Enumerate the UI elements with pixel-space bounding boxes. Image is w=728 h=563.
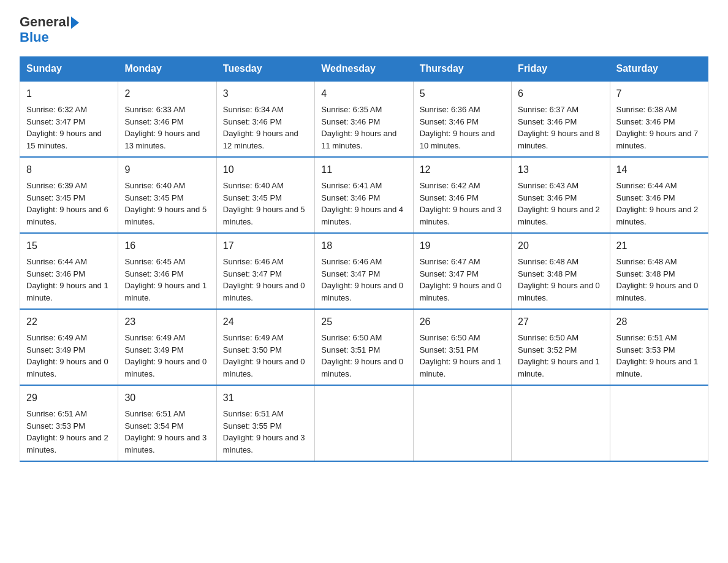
sunrise: Sunrise: 6:51 AM [26, 409, 87, 418]
sunset: Sunset: 3:47 PM [420, 269, 479, 278]
day-number: 11 [321, 163, 406, 177]
calendar-day-cell: 23Sunrise: 6:49 AMSunset: 3:49 PMDayligh… [118, 309, 216, 385]
sunrise: Sunrise: 6:40 AM [223, 181, 284, 190]
calendar-day-cell: 30Sunrise: 6:51 AMSunset: 3:54 PMDayligh… [118, 385, 216, 461]
calendar-header-cell: Friday [512, 57, 610, 82]
sunset: Sunset: 3:46 PM [321, 117, 380, 126]
logo-general-text: General [20, 15, 70, 29]
day-number: 18 [321, 239, 406, 253]
day-number: 23 [124, 315, 210, 329]
sunrise: Sunrise: 6:50 AM [518, 333, 578, 342]
day-number: 14 [616, 163, 702, 177]
calendar-day-cell: 27Sunrise: 6:50 AMSunset: 3:52 PMDayligh… [512, 309, 610, 385]
day-number: 13 [518, 163, 603, 177]
daylight: Daylight: 9 hours and 0 minutes. [420, 281, 502, 302]
day-number: 12 [420, 163, 505, 177]
sunrise: Sunrise: 6:38 AM [616, 105, 677, 114]
sunset: Sunset: 3:55 PM [223, 421, 282, 431]
sunrise: Sunrise: 6:46 AM [223, 257, 284, 266]
calendar-day-cell [413, 385, 511, 461]
daylight: Daylight: 9 hours and 4 minutes. [321, 205, 403, 226]
calendar-day-cell: 4Sunrise: 6:35 AMSunset: 3:46 PMDaylight… [315, 81, 413, 157]
calendar-day-cell: 13Sunrise: 6:43 AMSunset: 3:46 PMDayligh… [512, 157, 610, 233]
sunrise: Sunrise: 6:49 AM [223, 333, 284, 342]
sunset: Sunset: 3:46 PM [223, 117, 282, 126]
calendar-day-cell: 16Sunrise: 6:45 AMSunset: 3:46 PMDayligh… [118, 233, 216, 309]
calendar-day-cell: 22Sunrise: 6:49 AMSunset: 3:49 PMDayligh… [20, 309, 118, 385]
daylight: Daylight: 9 hours and 6 minutes. [26, 205, 108, 226]
logo-arrow-icon [71, 17, 79, 29]
sunrise: Sunrise: 6:39 AM [26, 181, 87, 190]
daylight: Daylight: 9 hours and 1 minute. [124, 281, 207, 302]
daylight: Daylight: 9 hours and 1 minute. [518, 357, 600, 378]
daylight: Daylight: 9 hours and 2 minutes. [616, 205, 699, 226]
sunrise: Sunrise: 6:51 AM [223, 409, 284, 418]
sunrise: Sunrise: 6:48 AM [616, 257, 677, 266]
sunset: Sunset: 3:46 PM [26, 269, 85, 278]
day-number: 7 [616, 86, 702, 101]
daylight: Daylight: 9 hours and 1 minute. [26, 281, 108, 302]
day-number: 27 [518, 315, 603, 329]
calendar-day-cell: 17Sunrise: 6:46 AMSunset: 3:47 PMDayligh… [216, 233, 314, 309]
calendar-week-row: 22Sunrise: 6:49 AMSunset: 3:49 PMDayligh… [20, 309, 708, 385]
calendar-header-cell: Saturday [610, 57, 708, 82]
sunrise: Sunrise: 6:50 AM [321, 333, 382, 342]
sunset: Sunset: 3:53 PM [616, 345, 675, 354]
calendar-day-cell: 7Sunrise: 6:38 AMSunset: 3:46 PMDaylight… [610, 81, 708, 157]
day-number: 29 [26, 391, 112, 405]
calendar-day-cell: 3Sunrise: 6:34 AMSunset: 3:46 PMDaylight… [216, 81, 314, 157]
daylight: Daylight: 9 hours and 0 minutes. [518, 281, 600, 302]
sunrise: Sunrise: 6:34 AM [223, 105, 284, 114]
sunset: Sunset: 3:48 PM [518, 269, 577, 278]
calendar-day-cell: 8Sunrise: 6:39 AMSunset: 3:45 PMDaylight… [20, 157, 118, 233]
sunrise: Sunrise: 6:37 AM [518, 105, 578, 114]
sunrise: Sunrise: 6:44 AM [616, 181, 677, 190]
daylight: Daylight: 9 hours and 0 minutes. [223, 281, 305, 302]
sunset: Sunset: 3:51 PM [321, 345, 380, 354]
sunrise: Sunrise: 6:46 AM [321, 257, 382, 266]
sunset: Sunset: 3:48 PM [616, 269, 675, 278]
calendar-week-row: 29Sunrise: 6:51 AMSunset: 3:53 PMDayligh… [20, 385, 708, 461]
daylight: Daylight: 9 hours and 0 minutes. [124, 357, 207, 378]
day-number: 9 [124, 163, 210, 177]
day-number: 22 [26, 315, 112, 329]
calendar-week-row: 15Sunrise: 6:44 AMSunset: 3:46 PMDayligh… [20, 233, 708, 309]
day-number: 17 [223, 239, 308, 253]
sunset: Sunset: 3:53 PM [26, 421, 85, 431]
daylight: Daylight: 9 hours and 3 minutes. [223, 433, 305, 454]
calendar-header-cell: Thursday [413, 57, 511, 82]
calendar-day-cell: 26Sunrise: 6:50 AMSunset: 3:51 PMDayligh… [413, 309, 511, 385]
daylight: Daylight: 9 hours and 0 minutes. [223, 357, 305, 378]
daylight: Daylight: 9 hours and 0 minutes. [26, 357, 108, 378]
day-number: 16 [124, 239, 210, 253]
sunset: Sunset: 3:47 PM [26, 117, 85, 126]
day-number: 2 [124, 86, 210, 101]
calendar-day-cell: 9Sunrise: 6:40 AMSunset: 3:45 PMDaylight… [118, 157, 216, 233]
calendar-header-cell: Wednesday [315, 57, 413, 82]
sunset: Sunset: 3:46 PM [420, 117, 479, 126]
sunrise: Sunrise: 6:32 AM [26, 105, 87, 114]
sunset: Sunset: 3:46 PM [321, 193, 380, 202]
day-number: 31 [223, 391, 308, 405]
page-header: General Blue [20, 15, 708, 45]
sunset: Sunset: 3:45 PM [124, 193, 183, 202]
day-number: 10 [223, 163, 308, 177]
sunrise: Sunrise: 6:45 AM [124, 257, 185, 266]
sunrise: Sunrise: 6:47 AM [420, 257, 480, 266]
sunset: Sunset: 3:46 PM [616, 117, 675, 126]
calendar-day-cell: 19Sunrise: 6:47 AMSunset: 3:47 PMDayligh… [413, 233, 511, 309]
daylight: Daylight: 9 hours and 2 minutes. [518, 205, 600, 226]
sunset: Sunset: 3:46 PM [420, 193, 479, 202]
sunrise: Sunrise: 6:49 AM [124, 333, 185, 342]
logo-blue-text: Blue [20, 29, 79, 45]
day-number: 6 [518, 86, 603, 101]
calendar-header: SundayMondayTuesdayWednesdayThursdayFrid… [20, 57, 708, 82]
sunset: Sunset: 3:47 PM [223, 269, 282, 278]
sunset: Sunset: 3:47 PM [321, 269, 380, 278]
calendar-day-cell: 24Sunrise: 6:49 AMSunset: 3:50 PMDayligh… [216, 309, 314, 385]
daylight: Daylight: 9 hours and 10 minutes. [420, 129, 495, 150]
daylight: Daylight: 9 hours and 11 minutes. [321, 129, 396, 150]
calendar-table: SundayMondayTuesdayWednesdayThursdayFrid… [20, 56, 708, 462]
sunset: Sunset: 3:49 PM [124, 345, 183, 354]
day-number: 15 [26, 239, 112, 253]
